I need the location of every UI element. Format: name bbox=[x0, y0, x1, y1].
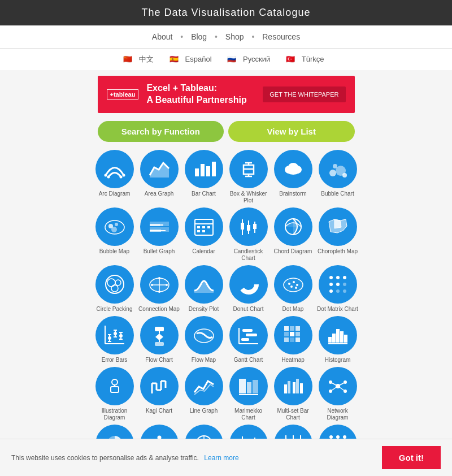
svg-point-94 bbox=[194, 329, 214, 343]
nav-blog[interactable]: Blog bbox=[191, 32, 207, 41]
svg-rect-105 bbox=[295, 332, 300, 336]
chart-item-illustration[interactable]: Illustration Diagram bbox=[93, 367, 136, 421]
svg-rect-102 bbox=[295, 326, 300, 331]
chart-icon-dot-map bbox=[274, 265, 312, 304]
svg-point-73 bbox=[336, 289, 340, 293]
chart-label-error-bars: Error Bars bbox=[93, 357, 136, 364]
chart-icon-gantt-chart bbox=[229, 316, 268, 354]
chart-item-flow-map[interactable]: Flow Map bbox=[182, 316, 225, 364]
ad-headline: Excel + Tableau: A Beautiful Partnership bbox=[146, 83, 257, 106]
chart-label-bubble-chart: Bubble Chart bbox=[316, 191, 359, 197]
svg-point-26 bbox=[111, 227, 117, 232]
svg-point-66 bbox=[329, 276, 333, 279]
svg-point-60 bbox=[284, 278, 303, 292]
svg-point-71 bbox=[343, 283, 346, 286]
chart-item-bullet-graph[interactable]: Bullet Graph bbox=[138, 207, 180, 262]
chart-item-donut-chart[interactable]: Donut Chart bbox=[227, 265, 270, 313]
ad-banner[interactable]: +tableau Excel + Tableau: A Beautiful Pa… bbox=[98, 76, 355, 113]
lang-tr[interactable]: 🇹🇷 Türkçe bbox=[286, 55, 328, 63]
learn-more-link[interactable]: Learn more bbox=[204, 454, 238, 462]
svg-point-74 bbox=[343, 289, 346, 293]
chart-item-chord-diagram[interactable]: Chord Diagram bbox=[272, 207, 314, 262]
nav-resources[interactable]: Resources bbox=[262, 32, 300, 41]
chart-item-heatmap[interactable]: Heatmap bbox=[272, 316, 314, 364]
lang-ru[interactable]: 🇷🇺 Русский bbox=[227, 55, 275, 63]
chart-item-histogram[interactable]: Histogram bbox=[316, 316, 359, 364]
svg-point-69 bbox=[329, 283, 333, 286]
chart-icon-density-plot bbox=[185, 265, 223, 304]
chart-icon-flow-map bbox=[185, 316, 223, 354]
chart-label-gantt-chart: Gantt Chart bbox=[227, 357, 270, 364]
chart-item-dot-matrix[interactable]: Dot Matrix Chart bbox=[316, 265, 359, 313]
chart-label-density-plot: Density Plot bbox=[182, 306, 225, 313]
chart-item-density-plot[interactable]: Density Plot bbox=[182, 265, 225, 313]
svg-point-67 bbox=[336, 276, 340, 279]
svg-rect-109 bbox=[328, 337, 332, 343]
chart-item-area-graph[interactable]: Area Graph bbox=[138, 150, 180, 204]
chart-item-gantt-chart[interactable]: Gantt Chart bbox=[227, 316, 270, 364]
chart-item-choropleth[interactable]: Choropleth Map bbox=[316, 207, 359, 262]
chart-item-bubble-chart[interactable]: Bubble Chart bbox=[316, 150, 359, 204]
svg-rect-132 bbox=[296, 379, 299, 393]
search-by-function-button[interactable]: Search by Function bbox=[98, 121, 224, 142]
chart-item-connection-map[interactable]: Connection Map bbox=[138, 265, 180, 313]
site-title: The Data Visualisation Catalogue bbox=[142, 7, 311, 18]
svg-rect-29 bbox=[150, 224, 160, 226]
svg-point-167 bbox=[336, 435, 340, 439]
svg-point-19 bbox=[329, 170, 336, 176]
chart-icon-area-graph bbox=[140, 150, 179, 188]
ad-cta-button[interactable]: GET THE WHITEPAPER bbox=[263, 86, 345, 102]
nav-about[interactable]: About bbox=[152, 32, 173, 41]
chart-item-network-diagram[interactable]: Network Diagram bbox=[316, 367, 359, 421]
svg-rect-41 bbox=[241, 223, 244, 230]
chart-item-line-graph[interactable]: Line Graph bbox=[182, 367, 225, 421]
page-header: The Data Visualisation Catalogue bbox=[0, 0, 452, 25]
svg-point-168 bbox=[343, 435, 346, 439]
svg-rect-110 bbox=[332, 334, 336, 343]
chart-item-error-bars[interactable]: Error Bars bbox=[93, 316, 136, 364]
chart-item-arc-diagram[interactable]: Arc Diagram bbox=[93, 150, 136, 204]
chart-label-multiset-bar: Multi-set Bar Chart bbox=[272, 408, 314, 421]
svg-rect-89 bbox=[155, 327, 164, 331]
chart-label-candlestick: Candlestick Chart bbox=[227, 248, 270, 262]
chart-item-candlestick[interactable]: Candlestick Chart bbox=[227, 207, 270, 262]
chart-icon-bar-chart bbox=[185, 150, 223, 188]
nav-shop[interactable]: Shop bbox=[225, 32, 244, 41]
chart-item-bubble-map[interactable]: Bubble Map bbox=[93, 207, 136, 262]
cookie-message: This website uses cookies to personalise… bbox=[11, 454, 239, 462]
chart-item-box-whisker[interactable]: Box & Whisker Plot bbox=[227, 150, 270, 204]
svg-rect-6 bbox=[201, 164, 205, 176]
chart-label-bullet-graph: Bullet Graph bbox=[138, 248, 180, 255]
chart-label-heatmap: Heatmap bbox=[272, 357, 314, 364]
chart-icon-bubble-chart bbox=[319, 150, 357, 188]
chart-item-marimekko[interactable]: Marimekko Chart bbox=[227, 367, 270, 421]
lang-es[interactable]: 🇪🇸 Español bbox=[169, 55, 216, 63]
chart-label-bar-chart: Bar Chart bbox=[182, 191, 225, 197]
svg-rect-111 bbox=[336, 329, 340, 343]
chart-icon-bullet-graph bbox=[140, 207, 179, 246]
chart-label-choropleth: Choropleth Map bbox=[316, 248, 359, 255]
chart-label-calendar: Calendar bbox=[182, 248, 225, 255]
chart-icon-error-bars bbox=[95, 316, 134, 354]
cookie-banner: This website uses cookies to personalise… bbox=[0, 439, 452, 476]
lang-zh[interactable]: 🇨🇳 中文 bbox=[123, 55, 158, 63]
chart-item-brainstorm[interactable]: Brainstorm bbox=[272, 150, 314, 204]
got-it-button[interactable]: Got it! bbox=[382, 446, 441, 469]
chart-label-bubble-map: Bubble Map bbox=[93, 248, 136, 255]
chart-item-flow-chart[interactable]: Flow Chart bbox=[138, 316, 180, 364]
svg-point-54 bbox=[151, 284, 153, 286]
svg-rect-106 bbox=[284, 337, 289, 342]
chart-item-circle-packing[interactable]: Circle Packing bbox=[93, 265, 136, 313]
chart-item-bar-chart[interactable]: Bar Chart bbox=[182, 150, 225, 204]
chart-item-multiset-bar[interactable]: Multi-set Bar Chart bbox=[272, 367, 314, 421]
svg-point-72 bbox=[329, 289, 333, 293]
svg-point-3 bbox=[119, 175, 122, 178]
chart-label-box-whisker: Box & Whisker Plot bbox=[227, 191, 270, 204]
chart-item-kagi-chart[interactable]: Kagi Chart bbox=[138, 367, 180, 421]
chart-label-chord-diagram: Chord Diagram bbox=[272, 248, 314, 255]
chart-item-dot-map[interactable]: Dot Map bbox=[272, 265, 314, 313]
view-by-list-button[interactable]: View by List bbox=[228, 121, 355, 142]
svg-point-57 bbox=[158, 291, 160, 293]
chart-item-calendar[interactable]: Calendar bbox=[182, 207, 225, 262]
chart-icon-box-whisker bbox=[229, 150, 268, 188]
